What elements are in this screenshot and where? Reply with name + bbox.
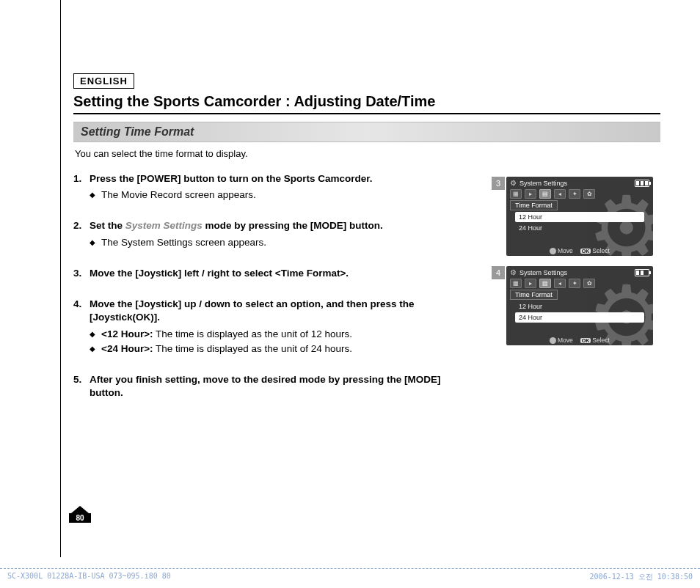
step-3-title: Move the [Joystick] left / right to sele… — [90, 268, 349, 279]
battery-icon — [635, 180, 649, 187]
page-content: ENGLISH Setting the Sports Camcorder : A… — [73, 73, 660, 417]
triangle-up-icon — [71, 506, 89, 513]
tab-icon: ▦ — [510, 279, 522, 288]
screenshot-3: ⚙ System Settings ▦ ▸ ▤ ◂ ✦ ✿ Time Forma… — [506, 177, 653, 256]
tab-icon: ▸ — [525, 279, 536, 288]
ok-icon: OK — [580, 338, 591, 343]
joystick-icon — [550, 248, 556, 254]
language-box: ENGLISH — [73, 73, 134, 89]
steps-column: Press the [POWER] button to turn on the … — [73, 172, 477, 417]
joystick-icon — [550, 337, 556, 344]
screen-4-opt-24: 24 Hour — [515, 312, 644, 323]
footer-right: 2006-12-13 오전 10:38:50 — [590, 572, 693, 582]
screen-4-header: System Settings — [519, 269, 567, 276]
step-4-b2-text: The time is displayed as the unit of 24 … — [153, 343, 352, 354]
tab-icon: ✦ — [569, 279, 580, 288]
vertical-rule — [60, 0, 61, 557]
step-2-bullet-1: The System Settings screen appears. — [90, 236, 477, 249]
screenshot-3-wrap: 3 ⚙ System Settings ▦ ▸ ▤ ◂ ✦ ✿ — [492, 177, 660, 256]
screens-column: 3 ⚙ System Settings ▦ ▸ ▤ ◂ ✦ ✿ — [492, 177, 660, 356]
screenshot-4-badge: 4 — [492, 266, 505, 279]
screen-4-label: Time Format — [510, 290, 558, 300]
screen-3-tabs: ▦ ▸ ▤ ◂ ✦ ✿ — [506, 189, 653, 199]
print-footer: SC-X300L 01228A-IB-USA 073~095.i80 80 20… — [0, 568, 700, 585]
screen-4-tabs: ▦ ▸ ▤ ◂ ✦ ✿ — [506, 279, 653, 288]
battery-icon — [635, 269, 649, 276]
screenshot-4: ⚙ System Settings ▦ ▸ ▤ ◂ ✦ ✿ Time Forma… — [506, 266, 653, 345]
tab-icon: ◂ — [554, 279, 566, 288]
step-2-em: System Settings — [125, 220, 203, 231]
screen-4-opt-12: 12 Hour — [515, 301, 644, 312]
screen-4-move: Move — [558, 337, 573, 344]
screen-3-label: Time Format — [510, 200, 558, 210]
step-4-b1-bold: <12 Hour>: — [101, 328, 153, 339]
intro-text: You can select the time format to displa… — [75, 148, 660, 159]
step-2-prefix: Set the — [90, 220, 125, 231]
tab-icon: ▦ — [510, 189, 522, 199]
screen-3-header: System Settings — [519, 180, 567, 187]
gear-icon: ⚙ — [510, 179, 517, 187]
step-5-title: After you finish setting, move to the de… — [90, 374, 441, 398]
step-3: Move the [Joystick] left / right to sele… — [73, 267, 477, 280]
screen-3-move: Move — [558, 247, 573, 254]
tab-icon: ✿ — [583, 189, 595, 199]
step-5: After you finish setting, move to the de… — [73, 373, 477, 400]
screenshot-3-badge: 3 — [492, 177, 505, 190]
tab-icon: ✿ — [583, 279, 595, 288]
step-4-b2-bold: <24 Hour>: — [101, 343, 153, 354]
step-2: Set the System Settings mode by pressing… — [73, 219, 477, 249]
ok-icon: OK — [580, 249, 591, 254]
screenshot-4-wrap: 4 ⚙ System Settings ▦ ▸ ▤ ◂ ✦ ✿ — [492, 266, 660, 345]
screen-3-select: Select — [592, 247, 610, 254]
step-4-b1-text: The time is displayed as the unit of 12 … — [153, 328, 352, 339]
step-4-bullet-1: <12 Hour>: The time is displayed as the … — [90, 328, 477, 341]
step-1: Press the [POWER] button to turn on the … — [73, 172, 477, 202]
tab-icon: ▤ — [539, 189, 551, 199]
section-subtitle: Setting Time Format — [73, 122, 660, 142]
gear-icon: ⚙ — [510, 268, 517, 276]
step-1-bullet-1: The Movie Record screen appears. — [90, 188, 477, 202]
tab-icon: ▸ — [525, 189, 536, 199]
page-title: Setting the Sports Camcorder : Adjusting… — [73, 93, 660, 114]
step-1-title: Press the [POWER] button to turn on the … — [90, 173, 373, 184]
tab-icon: ✦ — [569, 189, 580, 199]
page-number-text: 80 — [69, 513, 91, 523]
tab-icon: ▤ — [539, 279, 551, 288]
screen-3-opt-24: 24 Hour — [515, 223, 644, 233]
screen-3-opt-12: 12 Hour — [515, 212, 644, 222]
page-number: 80 — [69, 506, 91, 522]
tab-icon: ◂ — [554, 189, 566, 199]
step-4: Move the [Joystick] up / down to select … — [73, 298, 477, 356]
step-4-bullet-2: <24 Hour>: The time is displayed as the … — [90, 342, 477, 356]
step-4-title: Move the [Joystick] up / down to select … — [90, 298, 415, 323]
footer-left: SC-X300L 01228A-IB-USA 073~095.i80 80 — [7, 572, 171, 582]
step-2-suffix: mode by pressing the [MODE] button. — [203, 220, 383, 231]
screen-4-select: Select — [592, 337, 610, 344]
